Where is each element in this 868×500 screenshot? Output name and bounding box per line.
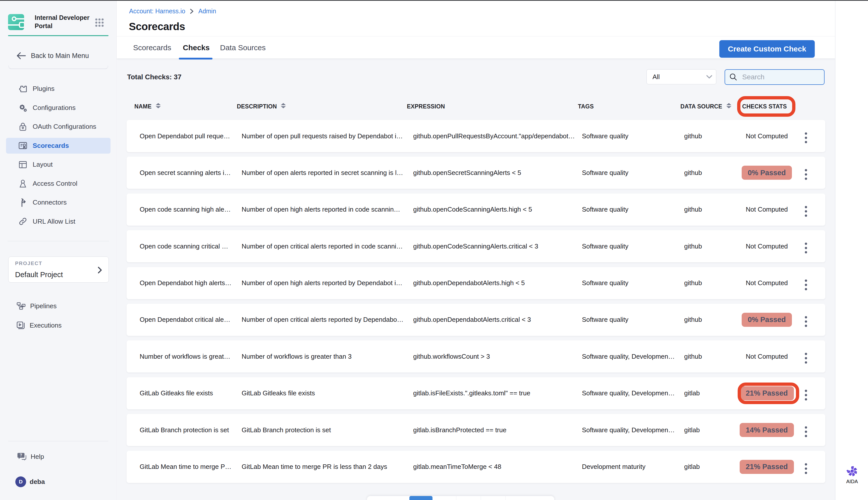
svg-text:?: ? bbox=[20, 453, 22, 457]
